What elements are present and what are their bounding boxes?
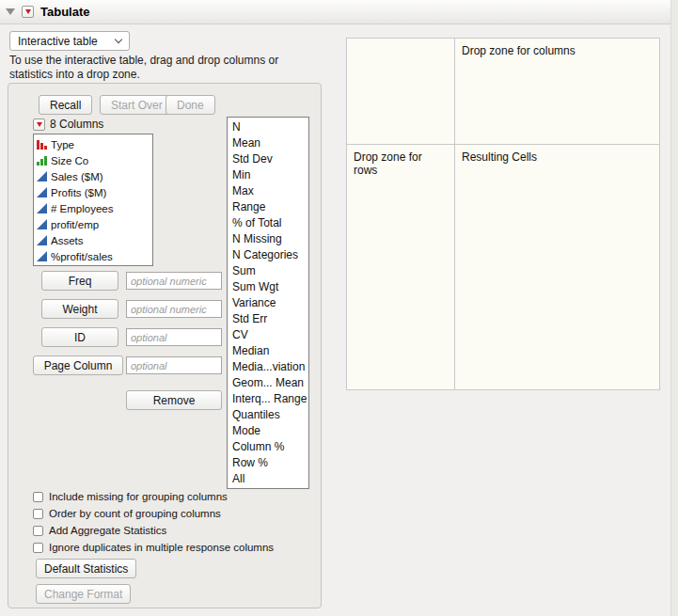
- checkbox-label: Order by count of grouping columns: [49, 508, 221, 519]
- checkbox-label: Ignore duplicates in multiple response c…: [49, 542, 274, 553]
- column-item[interactable]: profit/emp: [34, 216, 152, 232]
- chevron-down-icon: [115, 36, 122, 43]
- drop-zone-table: Drop zone for columns Drop zone for rows…: [346, 38, 660, 390]
- continuous-icon: [37, 219, 47, 229]
- column-item[interactable]: Size Co: [34, 152, 152, 168]
- checkbox-include-missing[interactable]: Include missing for grouping columns: [33, 491, 228, 502]
- checkbox-icon[interactable]: [33, 526, 43, 536]
- start-over-button[interactable]: Start Over: [100, 95, 174, 115]
- statistic-item[interactable]: Column %: [228, 439, 308, 455]
- red-triangle-glyph: [25, 9, 31, 14]
- statistic-item[interactable]: Row %: [228, 455, 308, 471]
- checkbox-order-by-count[interactable]: Order by count of grouping columns: [33, 508, 221, 519]
- freq-input[interactable]: [126, 272, 222, 290]
- columns-red-triangle-menu-icon[interactable]: [33, 118, 45, 131]
- columns-list: Type Size Co Sales ($M) Profits ($M) # E…: [33, 134, 153, 266]
- table-mode-dropdown[interactable]: Interactive table: [9, 31, 130, 51]
- outline-header: Tabulate: [0, 0, 678, 24]
- statistic-item[interactable]: Std Err: [228, 311, 308, 327]
- drop-zone-columns[interactable]: Drop zone for columns: [455, 39, 659, 144]
- recall-button[interactable]: Recall: [39, 95, 92, 115]
- red-triangle-glyph: [37, 122, 42, 127]
- columns-count-label: 8 Columns: [50, 118, 103, 131]
- done-button[interactable]: Done: [166, 95, 215, 115]
- statistic-item[interactable]: Std Dev: [228, 151, 308, 167]
- ordinal-icon: [37, 155, 47, 166]
- column-label: Profits ($M): [51, 187, 106, 198]
- column-label: Sales ($M): [51, 171, 103, 182]
- statistic-item[interactable]: Mode: [228, 423, 308, 439]
- column-item[interactable]: Assets: [34, 232, 152, 248]
- control-panel: Recall Start Over Done 8 Columns Type Si…: [8, 83, 322, 608]
- column-item[interactable]: Profits ($M): [34, 184, 152, 200]
- statistic-item[interactable]: Sum: [228, 263, 308, 279]
- remove-button[interactable]: Remove: [126, 390, 222, 410]
- statistic-item[interactable]: % of Total: [228, 215, 308, 231]
- column-label: Type: [51, 139, 74, 150]
- column-item[interactable]: Sales ($M): [34, 168, 152, 184]
- disclosure-triangle-icon[interactable]: [6, 8, 15, 15]
- statistic-item[interactable]: All: [228, 471, 308, 487]
- continuous-icon: [37, 187, 47, 197]
- checkbox-ignore-duplicates[interactable]: Ignore duplicates in multiple response c…: [33, 542, 274, 553]
- continuous-icon: [37, 203, 47, 213]
- change-format-button[interactable]: Change Format: [36, 584, 131, 604]
- checkbox-label: Include missing for grouping columns: [49, 491, 228, 502]
- statistic-item[interactable]: N Categories: [228, 247, 308, 263]
- tabulate-window: Tabulate Interactive table To use the in…: [0, 0, 678, 616]
- drop-zone-rows[interactable]: Drop zone for rows: [347, 145, 454, 389]
- id-button[interactable]: ID: [41, 327, 118, 347]
- resulting-cells-label: Resulting Cells: [462, 150, 537, 164]
- continuous-icon: [37, 251, 47, 261]
- continuous-icon: [37, 235, 47, 245]
- help-text: To use the interactive table, drag and d…: [9, 54, 314, 82]
- statistic-item[interactable]: Interq... Range: [228, 391, 308, 407]
- column-label: Assets: [51, 235, 84, 246]
- column-label: Size Co: [51, 155, 88, 166]
- column-item[interactable]: Type: [34, 136, 152, 152]
- statistic-item[interactable]: Geom... Mean: [228, 375, 308, 391]
- drop-zone-resulting-cells[interactable]: Resulting Cells: [455, 145, 659, 389]
- statistic-item[interactable]: Min: [228, 167, 308, 183]
- checkbox-label: Add Aggregate Statistics: [49, 525, 166, 536]
- weight-button[interactable]: Weight: [41, 299, 118, 319]
- drop-zone-corner[interactable]: [347, 39, 454, 144]
- weight-input[interactable]: [126, 300, 222, 318]
- column-label: profit/emp: [51, 219, 99, 230]
- id-input[interactable]: [126, 328, 222, 346]
- statistic-item[interactable]: Range: [228, 199, 308, 215]
- default-statistics-button[interactable]: Default Statistics: [36, 559, 136, 578]
- statistic-item[interactable]: Median: [228, 343, 308, 359]
- statistic-item[interactable]: Max: [228, 183, 308, 199]
- statistic-item[interactable]: Media...viation: [228, 359, 308, 375]
- column-item[interactable]: %profit/sales: [34, 248, 152, 264]
- columns-header: 8 Columns: [33, 118, 103, 131]
- statistics-list: N Mean Std Dev Min Max Range % of Total …: [227, 117, 309, 489]
- statistic-item[interactable]: Mean: [228, 135, 308, 151]
- statistic-item[interactable]: Sum Wgt: [228, 279, 308, 295]
- statistic-item[interactable]: CV: [228, 327, 308, 343]
- checkbox-add-aggregate[interactable]: Add Aggregate Statistics: [33, 525, 166, 536]
- freq-button[interactable]: Freq: [41, 271, 118, 291]
- column-label: # Employees: [51, 203, 113, 214]
- column-label: %profit/sales: [51, 251, 113, 262]
- checkbox-icon[interactable]: [33, 509, 43, 519]
- checkbox-icon[interactable]: [33, 492, 43, 502]
- nominal-icon: [37, 139, 47, 150]
- statistic-item[interactable]: N Missing: [228, 231, 308, 247]
- page-column-button[interactable]: Page Column: [33, 355, 123, 375]
- page-column-input[interactable]: [126, 356, 222, 374]
- checkbox-icon[interactable]: [33, 543, 43, 553]
- table-mode-value: Interactive table: [18, 35, 98, 48]
- drop-zone-columns-label: Drop zone for columns: [462, 44, 576, 57]
- drop-zone-rows-label: Drop zone for rows: [354, 150, 422, 177]
- column-item[interactable]: # Employees: [34, 200, 152, 216]
- statistic-item[interactable]: N: [228, 119, 308, 135]
- page-title: Tabulate: [40, 5, 90, 19]
- red-triangle-menu-icon[interactable]: [22, 6, 34, 18]
- continuous-icon: [37, 171, 47, 182]
- statistic-item[interactable]: Variance: [228, 295, 308, 311]
- statistic-item[interactable]: Quantiles: [228, 407, 308, 423]
- scrollbar-track[interactable]: [670, 0, 678, 616]
